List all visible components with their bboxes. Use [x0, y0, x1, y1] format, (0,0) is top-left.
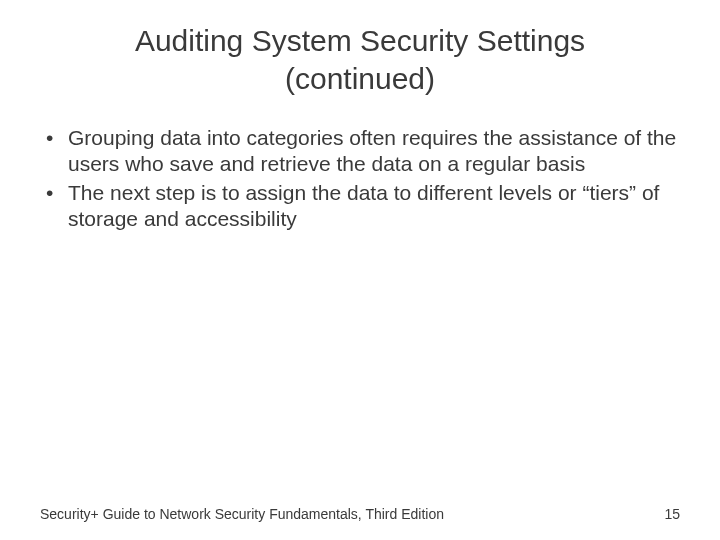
- title-line-2: (continued): [0, 60, 720, 98]
- list-item: Grouping data into categories often requ…: [40, 125, 680, 178]
- slide-footer: Security+ Guide to Network Security Fund…: [40, 506, 680, 522]
- slide-title: Auditing System Security Settings (conti…: [0, 0, 720, 97]
- list-item: The next step is to assign the data to d…: [40, 180, 680, 233]
- slide: Auditing System Security Settings (conti…: [0, 0, 720, 540]
- bullet-text: Grouping data into categories often requ…: [68, 126, 676, 175]
- page-number: 15: [664, 506, 680, 522]
- bullet-text: The next step is to assign the data to d…: [68, 181, 659, 230]
- bullet-list: Grouping data into categories often requ…: [40, 125, 680, 232]
- slide-body: Grouping data into categories often requ…: [0, 97, 720, 232]
- title-line-1: Auditing System Security Settings: [0, 22, 720, 60]
- footer-source: Security+ Guide to Network Security Fund…: [40, 506, 444, 522]
